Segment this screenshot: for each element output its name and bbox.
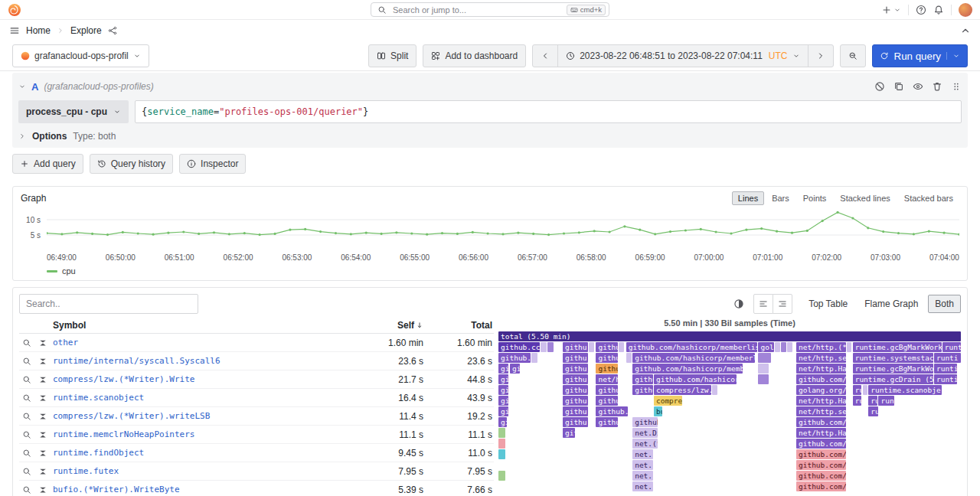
graph-mode-lines[interactable]: Lines	[732, 191, 764, 205]
flame-block[interactable]: githu	[563, 353, 588, 363]
align-text-left-button[interactable]	[753, 294, 773, 314]
search-icon[interactable]	[22, 449, 31, 458]
column-header-self[interactable]: Self	[359, 320, 423, 331]
flame-block[interactable]	[863, 385, 867, 395]
drag-handle[interactable]	[951, 81, 962, 92]
flame-block[interactable]: net/http.Han	[796, 396, 846, 406]
symbol-link[interactable]: compress/lzw.(*Writer).writeLSB	[53, 411, 359, 421]
flame-block[interactable]: total (5.50 min)	[498, 331, 961, 341]
search-icon[interactable]	[22, 338, 31, 348]
flame-block[interactable]: net/http.ser	[796, 353, 846, 363]
flame-block[interactable]	[531, 353, 537, 363]
flame-block[interactable]: git	[498, 374, 508, 384]
inspector-button[interactable]: Inspector	[179, 154, 246, 174]
flame-block[interactable]: githu	[563, 364, 588, 374]
flame-block[interactable]: git	[498, 396, 508, 406]
sandwich-view-icon[interactable]	[38, 393, 47, 403]
sandwich-view-icon[interactable]	[38, 357, 47, 366]
flame-block[interactable]	[619, 342, 624, 352]
flame-block[interactable]	[498, 471, 505, 481]
add-query-button[interactable]: Add query	[12, 154, 83, 174]
flame-block[interactable]: net/http.Han	[796, 428, 846, 438]
new-menu-button[interactable]	[881, 5, 901, 15]
flame-block[interactable]: githu	[563, 417, 588, 427]
flame-block[interactable]: github.com/f	[796, 460, 846, 470]
flame-block[interactable]: runti	[934, 353, 961, 363]
datasource-picker[interactable]: grafanacloud-ops-profil	[12, 44, 149, 67]
share-shortlink-button[interactable]	[108, 26, 117, 35]
collapse-query-button[interactable]	[18, 83, 26, 90]
symbol-link[interactable]: compress/lzw.(*Writer).Write	[53, 374, 359, 384]
symbol-link[interactable]: runtime.findObject	[53, 448, 359, 458]
flame-block[interactable]: github.com/hashicorp/memberlist.(	[632, 353, 755, 363]
profile-type-picker[interactable]: process_cpu - cpu	[18, 100, 129, 123]
flame-block[interactable]: net.(	[632, 460, 653, 470]
query-expression-input[interactable]: {service_name="profiles-ops-001/querier"…	[135, 100, 962, 123]
remove-query-button[interactable]	[932, 81, 942, 92]
flame-block[interactable]: git	[563, 428, 575, 438]
flame-block[interactable]: github.com/hashicorp/memberli	[632, 364, 743, 374]
flame-block[interactable]	[498, 439, 505, 449]
flame-block[interactable]: net.(	[632, 449, 653, 459]
graph-mode-stacked-lines[interactable]: Stacked lines	[834, 191, 896, 205]
flame-block[interactable]: github.	[632, 417, 658, 427]
view-tab-top-table[interactable]: Top Table	[802, 295, 854, 313]
flame-block[interactable]: golang.org/x	[796, 385, 846, 395]
time-shift-back-button[interactable]	[532, 44, 558, 67]
flame-block[interactable]: github.com/c	[796, 417, 846, 427]
flame-block[interactable]: runtime.gcBgMarkWorke	[853, 342, 942, 352]
flame-block[interactable]	[758, 364, 768, 374]
flame-block[interactable]: runtime.scanobje	[868, 385, 941, 395]
collapse-panel-button[interactable]	[960, 25, 971, 36]
flame-block[interactable]: runt	[878, 396, 894, 406]
search-icon[interactable]	[22, 393, 31, 403]
view-tab-flame-graph[interactable]: Flame Graph	[858, 295, 925, 313]
query-ref-id[interactable]: A	[31, 81, 38, 93]
flame-block[interactable]: githu	[563, 396, 588, 406]
flame-block[interactable]: git	[498, 385, 508, 395]
flame-block[interactable]: net.(	[632, 481, 653, 491]
symbol-link[interactable]: bufio.(*Writer).WriteByte	[53, 485, 359, 494]
flame-block[interactable]: github.com/5	[796, 449, 846, 459]
flame-block[interactable]: git	[498, 364, 508, 374]
flame-block[interactable]	[541, 342, 547, 352]
help-button[interactable]	[916, 5, 926, 15]
flame-block[interactable]: run	[853, 385, 861, 395]
breadcrumb-home[interactable]: Home	[26, 25, 51, 36]
graph-mode-points[interactable]: Points	[797, 191, 833, 205]
user-avatar[interactable]	[959, 3, 972, 17]
flame-block[interactable]	[781, 342, 786, 352]
flame-block[interactable]: github.com/g	[796, 374, 846, 384]
flame-block[interactable]: git	[498, 406, 508, 416]
flame-block[interactable]: bu	[654, 406, 662, 416]
flame-block[interactable]: net.Di	[632, 428, 658, 438]
flame-block[interactable]: github.com/hashicorp/memberlist.(*	[626, 342, 758, 352]
search-icon[interactable]	[22, 357, 31, 366]
split-button[interactable]: Split	[368, 44, 416, 67]
run-query-interval-dropdown[interactable]	[946, 52, 960, 60]
flame-block[interactable]: githu	[596, 417, 617, 427]
mega-menu-toggle[interactable]	[9, 25, 20, 36]
flame-block[interactable]: github.com/g	[796, 439, 846, 449]
column-header-symbol[interactable]: Symbol	[53, 320, 359, 331]
flame-block[interactable]	[787, 342, 792, 352]
symbol-link[interactable]: runtime.scanobject	[53, 393, 359, 403]
add-to-dashboard-button[interactable]: Add to dashboard	[423, 44, 526, 67]
search-icon[interactable]	[22, 467, 31, 476]
flame-block[interactable]: github.com/g	[796, 481, 846, 491]
flame-block[interactable]	[498, 449, 505, 459]
flame-block[interactable]: github.c	[596, 406, 627, 416]
flame-block[interactable]: net.(*	[632, 439, 658, 449]
flame-block[interactable]: githu	[563, 385, 588, 395]
flame-block[interactable]: githu	[563, 342, 588, 352]
duplicate-query-button[interactable]	[893, 81, 904, 92]
flame-block[interactable]: net.(	[632, 471, 653, 481]
flame-block[interactable]: githu	[596, 342, 617, 352]
flame-block[interactable]: github.com/g	[796, 471, 846, 481]
sandwich-view-icon[interactable]	[38, 338, 47, 348]
sandwich-view-icon[interactable]	[38, 467, 47, 476]
sandwich-view-icon[interactable]	[38, 375, 47, 384]
flame-block[interactable]: githu	[563, 406, 588, 416]
flame-block[interactable]	[547, 342, 554, 352]
search-icon[interactable]	[22, 375, 31, 384]
